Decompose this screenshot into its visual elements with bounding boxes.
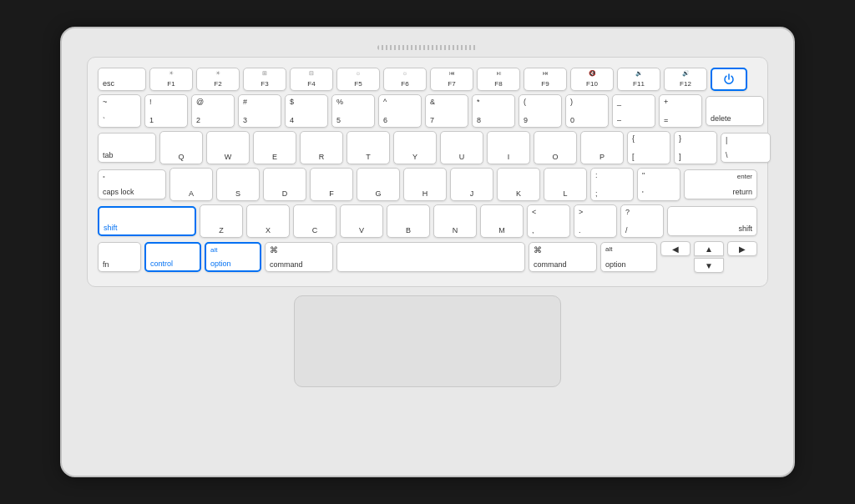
key-right-bracket[interactable]: } ] bbox=[674, 131, 717, 164]
key-l[interactable]: L bbox=[544, 168, 587, 201]
key-backtick[interactable]: ~ ` bbox=[98, 94, 141, 128]
key-f6[interactable]: ☼ F6 bbox=[383, 68, 427, 91]
key-arrow-right[interactable]: ▶ bbox=[727, 241, 757, 256]
bottom-row: fn control alt option ⌘ command ⌘ comman… bbox=[98, 241, 757, 273]
key-semicolon[interactable]: : ; bbox=[590, 168, 634, 201]
key-f1[interactable]: ☀ F1 bbox=[149, 68, 193, 91]
key-w[interactable]: W bbox=[206, 131, 250, 164]
arrow-cluster: ◀ ▲ ▼ ▶ bbox=[660, 241, 757, 273]
key-fn[interactable]: fn bbox=[98, 242, 141, 272]
key-2[interactable]: @ 2 bbox=[191, 94, 235, 128]
zxcv-row: shift Z X C V B N M < , > . ? / shift bbox=[98, 204, 757, 238]
key-v[interactable]: V bbox=[340, 204, 383, 238]
key-arrow-down[interactable]: ▼ bbox=[694, 258, 724, 273]
key-m[interactable]: M bbox=[480, 204, 524, 238]
trackpad[interactable] bbox=[294, 295, 561, 387]
key-f5[interactable]: ☼ F5 bbox=[336, 68, 380, 91]
key-f11[interactable]: 🔉 F11 bbox=[617, 68, 660, 91]
key-f10[interactable]: 🔇 F10 bbox=[570, 68, 614, 91]
key-a[interactable]: A bbox=[169, 168, 213, 201]
key-tab[interactable]: tab bbox=[98, 133, 156, 163]
key-j[interactable]: J bbox=[450, 168, 493, 201]
key-shift-left[interactable]: shift bbox=[98, 206, 196, 236]
key-g[interactable]: G bbox=[357, 168, 400, 201]
num-row: ~ ` ! 1 @ 2 # 3 $ 4 % 5 bbox=[98, 94, 757, 128]
key-s[interactable]: S bbox=[216, 168, 260, 201]
key-option-left[interactable]: alt option bbox=[205, 242, 261, 272]
key-n[interactable]: N bbox=[433, 204, 477, 238]
key-control[interactable]: control bbox=[144, 242, 201, 272]
key-x[interactable]: X bbox=[246, 204, 290, 238]
key-5[interactable]: % 5 bbox=[331, 94, 375, 128]
key-b[interactable]: B bbox=[387, 204, 430, 238]
key-8[interactable]: * 8 bbox=[472, 94, 515, 128]
key-arrow-up[interactable]: ▲ bbox=[694, 241, 724, 256]
keyboard: esc ☀ F1 ☀ F2 ⊞ F3 ⊟ F4 ☼ F5 bbox=[87, 57, 768, 287]
key-e[interactable]: E bbox=[253, 131, 296, 164]
key-space[interactable] bbox=[336, 242, 525, 272]
key-1[interactable]: ! 1 bbox=[144, 94, 188, 128]
key-f[interactable]: F bbox=[310, 168, 353, 201]
key-period[interactable]: > . bbox=[574, 204, 617, 238]
key-minus[interactable]: _ – bbox=[612, 94, 655, 128]
key-3[interactable]: # 3 bbox=[238, 94, 281, 128]
key-i[interactable]: I bbox=[487, 131, 530, 164]
key-command-left[interactable]: ⌘ command bbox=[265, 242, 333, 272]
key-command-right[interactable]: ⌘ command bbox=[529, 242, 597, 272]
key-arrow-left[interactable]: ◀ bbox=[660, 241, 691, 256]
key-f12[interactable]: 🔊 F12 bbox=[664, 68, 707, 91]
key-f4[interactable]: ⊟ F4 bbox=[290, 68, 333, 91]
key-f7[interactable]: ⏮ F7 bbox=[430, 68, 473, 91]
key-y[interactable]: Y bbox=[393, 131, 437, 164]
key-f3[interactable]: ⊞ F3 bbox=[243, 68, 286, 91]
key-slash[interactable]: ? / bbox=[620, 204, 664, 238]
key-f8[interactable]: ⏯ F8 bbox=[477, 68, 520, 91]
key-4[interactable]: $ 4 bbox=[285, 94, 328, 128]
key-h[interactable]: H bbox=[403, 168, 447, 201]
key-d[interactable]: D bbox=[263, 168, 306, 201]
key-equals[interactable]: + = bbox=[659, 94, 702, 128]
key-q[interactable]: Q bbox=[159, 131, 203, 164]
key-z[interactable]: Z bbox=[200, 204, 243, 238]
key-7[interactable]: & 7 bbox=[425, 94, 468, 128]
fn-row: esc ☀ F1 ☀ F2 ⊞ F3 ⊟ F4 ☼ F5 bbox=[98, 68, 757, 91]
key-6[interactable]: ^ 6 bbox=[378, 94, 422, 128]
key-r[interactable]: R bbox=[300, 131, 343, 164]
key-option-right[interactable]: alt option bbox=[600, 242, 657, 272]
key-backslash[interactable]: | \ bbox=[721, 133, 771, 163]
key-power[interactable] bbox=[711, 68, 747, 91]
qwerty-row: tab Q W E R T Y U I O P { [ } ] | \ bbox=[98, 131, 757, 164]
key-delete[interactable]: delete bbox=[706, 96, 764, 126]
key-p[interactable]: P bbox=[580, 131, 624, 164]
asdf-row: • caps lock A S D F G H J K L : ; " ' en… bbox=[98, 168, 757, 201]
key-shift-right[interactable]: shift bbox=[667, 206, 757, 236]
key-c[interactable]: C bbox=[293, 204, 336, 238]
key-enter[interactable]: enter return bbox=[684, 169, 757, 199]
trackpad-area bbox=[87, 295, 768, 387]
key-quote[interactable]: " ' bbox=[637, 168, 680, 201]
key-caps-lock[interactable]: • caps lock bbox=[98, 169, 166, 199]
key-k[interactable]: K bbox=[497, 168, 540, 201]
key-f9[interactable]: ⏭ F9 bbox=[524, 68, 567, 91]
key-o[interactable]: O bbox=[534, 131, 577, 164]
key-0[interactable]: ) 0 bbox=[565, 94, 609, 128]
speaker-grille bbox=[377, 45, 478, 50]
key-left-bracket[interactable]: { [ bbox=[627, 131, 670, 164]
key-esc[interactable]: esc bbox=[98, 68, 146, 91]
key-comma[interactable]: < , bbox=[527, 204, 570, 238]
key-9[interactable]: ( 9 bbox=[519, 94, 562, 128]
key-u[interactable]: U bbox=[440, 131, 483, 164]
key-f2[interactable]: ☀ F2 bbox=[196, 68, 240, 91]
laptop-body: esc ☀ F1 ☀ F2 ⊞ F3 ⊟ F4 ☼ F5 bbox=[60, 27, 795, 477]
key-t[interactable]: T bbox=[347, 131, 390, 164]
